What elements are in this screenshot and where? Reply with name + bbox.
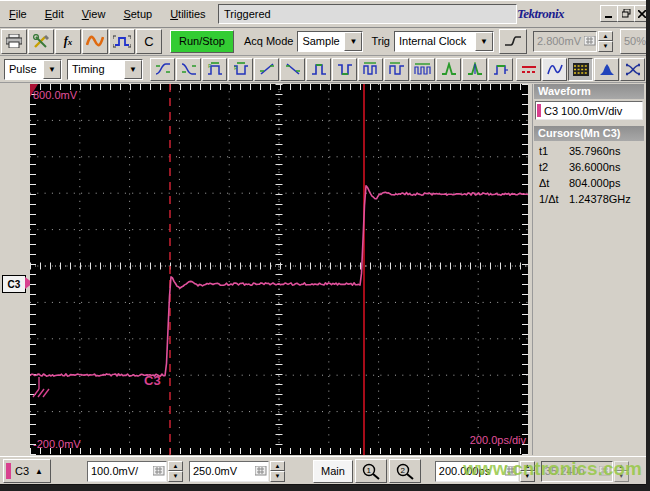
trig-slope-button[interactable] <box>499 29 527 54</box>
channel-select-button[interactable]: C3 ▲ <box>3 459 51 483</box>
print-button[interactable] <box>1 29 27 54</box>
meas-neg-peak-button[interactable] <box>462 58 487 81</box>
menu-utilities[interactable]: Utilities <box>161 5 214 23</box>
vertical-scale-spinner[interactable]: 100.0mV/ <box>87 461 167 482</box>
grid-view-button[interactable] <box>568 58 593 81</box>
run-stop-button[interactable]: Run/Stop <box>170 30 234 53</box>
tektronix-logo: Tektronix <box>517 6 564 22</box>
histogram-view-button[interactable] <box>594 58 619 81</box>
chevron-down-icon[interactable]: ▼ <box>43 60 61 79</box>
meas-burst-button[interactable] <box>410 58 435 81</box>
cursors-view-button[interactable] <box>516 58 541 81</box>
eye-diagram-view-button[interactable] <box>620 58 645 81</box>
trig-label: Trig <box>371 35 390 47</box>
tools-icon <box>33 34 49 49</box>
meas-flatness-button[interactable] <box>488 58 513 81</box>
restore-icon <box>622 9 631 18</box>
menu-setup[interactable]: Setup <box>114 5 161 23</box>
step-up-icon[interactable]: ▲ <box>520 461 535 472</box>
meas-group-select[interactable]: Timing ▼ <box>67 59 143 80</box>
step-up-icon[interactable]: ▲ <box>270 461 285 472</box>
trace-channel-label: C3 <box>144 373 161 388</box>
rising-slew-icon <box>259 62 275 76</box>
magnifier-2-icon: 2 <box>396 463 414 480</box>
main-timebase-button[interactable]: Main <box>313 460 353 483</box>
meas-pos-width-button[interactable]: F <box>202 58 227 81</box>
set-50pct-button[interactable]: 50% <box>620 29 650 54</box>
horizontal-position-stepper[interactable]: ▲ ▼ <box>614 461 629 482</box>
step-up-icon[interactable]: ▲ <box>598 31 613 42</box>
meas-neg-width-button[interactable]: F <box>228 58 253 81</box>
step-up-icon[interactable]: ▲ <box>614 461 629 472</box>
chevron-down-icon[interactable]: ▼ <box>124 60 142 79</box>
step-down-icon[interactable]: ▼ <box>168 471 183 482</box>
step-down-icon[interactable]: ▼ <box>614 471 629 482</box>
channel-position-marker[interactable]: C3 <box>2 275 26 293</box>
trig-level-stepper[interactable]: ▲ ▼ <box>598 31 613 52</box>
keypad-icon[interactable] <box>255 466 267 476</box>
meas-falling-slew-button[interactable] <box>280 58 305 81</box>
horizontal-position-spinner[interactable]: 35.240n <box>541 461 613 482</box>
meas-pos-pulse-button[interactable] <box>306 58 331 81</box>
readout-value: 36.6000ns <box>569 161 645 173</box>
waveform-plot[interactable]: 800.0mV -200.0mV 200.0ps/div C3 <box>30 84 528 455</box>
trig-level-spinner[interactable]: 2.800mV <box>533 31 597 52</box>
minimize-button[interactable] <box>600 5 618 22</box>
keypad-icon[interactable] <box>599 466 611 476</box>
left-gutter: C3 <box>0 82 30 456</box>
meas-pos-peak-button[interactable] <box>436 58 461 81</box>
acq-mode-label: Acq Mode <box>244 35 294 47</box>
meas-rising-slew-button[interactable] <box>254 58 279 81</box>
zoom-2-button[interactable]: 2 <box>389 459 421 483</box>
step-down-icon[interactable]: ▼ <box>598 41 613 52</box>
menu-view[interactable]: View <box>73 5 115 23</box>
period-icon <box>363 62 379 76</box>
pos-peak-icon <box>441 62 457 76</box>
acq-mode-select[interactable]: Sample ▼ <box>297 31 363 52</box>
keypad-icon[interactable] <box>584 36 596 46</box>
readout-name: 1/Δt <box>539 193 569 205</box>
zoom-1-button[interactable]: 1 <box>355 459 387 483</box>
close-button[interactable] <box>634 5 650 22</box>
tools-button[interactable] <box>28 29 54 54</box>
vertical-offset-spinner[interactable]: 250.0mV <box>189 461 269 482</box>
clear-button[interactable]: C <box>136 29 162 54</box>
timebase-spinner[interactable]: 200.000ps <box>435 461 519 482</box>
waveform-button[interactable] <box>82 29 108 54</box>
rise-time-icon <box>155 62 171 76</box>
meas-neg-pulse-button[interactable] <box>332 58 357 81</box>
wave-icon <box>86 34 104 48</box>
meas-period-button[interactable] <box>358 58 383 81</box>
keypad-icon[interactable] <box>505 466 517 476</box>
waveform-view-button[interactable] <box>542 58 567 81</box>
math-button[interactable]: fx <box>55 29 81 54</box>
restore-button[interactable] <box>617 5 635 22</box>
waveform-channel-entry[interactable]: C3 100.0mV/div <box>535 101 643 120</box>
readout-name: Δt <box>539 177 569 189</box>
menu-edit[interactable]: Edit <box>36 5 73 23</box>
chevron-down-icon[interactable]: ▼ <box>475 32 493 51</box>
trig-source-select[interactable]: Internal Clock ▼ <box>394 31 494 52</box>
pulse-button[interactable] <box>109 29 135 54</box>
meas-category-select[interactable]: Pulse ▼ <box>4 59 62 80</box>
meas-frequency-button[interactable] <box>384 58 409 81</box>
readout-row: t2 36.6000ns <box>533 159 645 175</box>
meas-fall-time-button[interactable] <box>176 58 201 81</box>
chevron-down-icon[interactable]: ▼ <box>344 32 362 51</box>
svg-text:F: F <box>234 65 238 71</box>
close-icon <box>638 10 646 18</box>
meas-rise-time-button[interactable] <box>150 58 175 81</box>
keypad-icon[interactable] <box>153 466 165 476</box>
vertical-offset-stepper[interactable]: ▲ ▼ <box>270 461 285 482</box>
graticule-icon <box>573 63 589 76</box>
vertical-scale-stepper[interactable]: ▲ ▼ <box>168 461 183 482</box>
step-up-icon[interactable]: ▲ <box>168 461 183 472</box>
step-down-icon[interactable]: ▼ <box>520 471 535 482</box>
menu-file[interactable]: File <box>0 5 36 23</box>
frequency-icon <box>389 62 405 76</box>
step-down-icon[interactable]: ▼ <box>270 471 285 482</box>
ground-reference-icon <box>33 377 49 397</box>
up-triangle-icon: ▲ <box>35 467 43 476</box>
minimize-icon <box>605 10 613 18</box>
timebase-stepper[interactable]: ▲ ▼ <box>520 461 535 482</box>
